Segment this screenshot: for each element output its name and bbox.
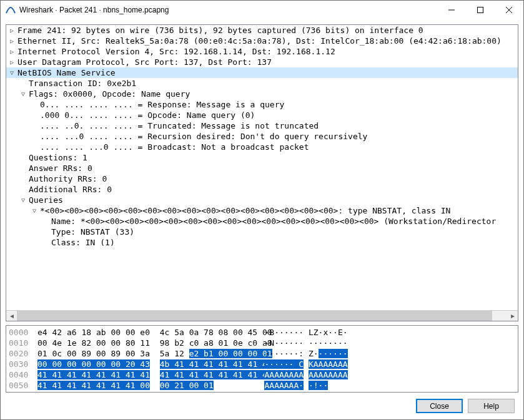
collapse-icon[interactable]: ▽ bbox=[17, 89, 29, 99]
tree-item-query-entry[interactable]: ▽*<00><00><00><00><00><00><00><00><00><0… bbox=[6, 205, 518, 216]
dialog-button-bar: Close Help bbox=[6, 396, 518, 414]
expand-icon[interactable]: ▷ bbox=[6, 25, 17, 36]
scroll-right-icon[interactable]: ▸ bbox=[507, 311, 518, 321]
tree-item-nbns[interactable]: ▽NetBIOS Name Service bbox=[6, 67, 518, 78]
hex-row[interactable]: 003000 00 00 00 00 00 20 43 4b 41 41 41 … bbox=[9, 359, 515, 369]
svg-rect-0 bbox=[478, 7, 483, 13]
collapse-icon[interactable]: ▽ bbox=[6, 67, 17, 78]
hex-dump-panel[interactable]: 0000e4 42 a6 18 ab 00 00 e0 4c 5a 0a 78 … bbox=[6, 325, 518, 393]
tree-item-flag-opcode[interactable]: .000 0... .... .... = Opcode: Name query… bbox=[6, 110, 518, 120]
tree-item-queries[interactable]: ▽Queries bbox=[6, 195, 518, 205]
window-controls bbox=[437, 1, 523, 19]
tree-item-questions[interactable]: Questions: 1 bbox=[6, 152, 518, 163]
tree-item-authority[interactable]: Authority RRs: 0 bbox=[6, 173, 518, 184]
tree-item-flag-trunc[interactable]: .... ..0. .... .... = Truncated: Message… bbox=[6, 120, 518, 131]
tree-item-udp[interactable]: ▷User Datagram Protocol, Src Port: 137, … bbox=[6, 57, 518, 67]
content-area: ▷Frame 241: 92 bytes on wire (736 bits),… bbox=[1, 19, 523, 419]
proto-tree-panel: ▷Frame 241: 92 bytes on wire (736 bits),… bbox=[6, 24, 518, 321]
collapse-icon[interactable]: ▽ bbox=[29, 205, 40, 216]
help-button[interactable]: Help bbox=[468, 399, 515, 413]
tree-item-flag-response[interactable]: 0... .... .... .... = Response: Message … bbox=[6, 99, 518, 110]
scroll-left-icon[interactable]: ◂ bbox=[6, 311, 17, 321]
tree-item-frame[interactable]: ▷Frame 241: 92 bytes on wire (736 bits),… bbox=[6, 25, 518, 36]
titlebar: Wireshark · Packet 241 · nbns_home.pcapn… bbox=[1, 1, 523, 19]
hex-row[interactable]: 004041 41 41 41 41 41 41 41 41 41 41 41 … bbox=[9, 369, 515, 380]
expand-icon[interactable]: ▷ bbox=[6, 46, 17, 57]
close-button[interactable]: Close bbox=[416, 399, 463, 413]
tree-item-additional[interactable]: Additional RRs: 0 bbox=[6, 184, 518, 195]
hex-row[interactable]: 001000 4e 1e 82 00 00 80 11 98 b2 c0 a8 … bbox=[9, 338, 515, 348]
tree-item-eth[interactable]: ▷Ethernet II, Src: RealtekS_5a:0a:78 (00… bbox=[6, 36, 518, 46]
expand-icon[interactable]: ▷ bbox=[6, 36, 17, 46]
tree-item-query-class[interactable]: Class: IN (1) bbox=[6, 237, 518, 248]
tree-item-txid[interactable]: Transaction ID: 0xe2b1 bbox=[6, 78, 518, 89]
scroll-thumb[interactable] bbox=[17, 311, 492, 321]
collapse-icon[interactable]: ▽ bbox=[17, 195, 29, 205]
horizontal-scrollbar[interactable]: ◂ ▸ bbox=[6, 310, 518, 321]
tree-item-query-name[interactable]: Name: *<00><00><00><00><00><00><00><00><… bbox=[6, 216, 518, 227]
tree-item-ip[interactable]: ▷Internet Protocol Version 4, Src: 192.1… bbox=[6, 46, 518, 57]
proto-tree[interactable]: ▷Frame 241: 92 bytes on wire (736 bits),… bbox=[6, 25, 518, 310]
tree-item-flag-bc[interactable]: .... .... ...0 .... = Broadcast: Not a b… bbox=[6, 142, 518, 152]
tree-item-answers[interactable]: Answer RRs: 0 bbox=[6, 163, 518, 173]
tree-item-query-type[interactable]: Type: NBSTAT (33) bbox=[6, 227, 518, 237]
close-window-button[interactable] bbox=[495, 1, 523, 19]
minimize-button[interactable] bbox=[437, 1, 466, 19]
window-title: Wireshark · Packet 241 · nbns_home.pcapn… bbox=[19, 6, 437, 14]
tree-item-flag-rd[interactable]: .... ...0 .... .... = Recursion desired:… bbox=[6, 131, 518, 142]
wireshark-icon bbox=[6, 5, 16, 15]
tree-item-flags[interactable]: ▽Flags: 0x0000, Opcode: Name query bbox=[6, 89, 518, 99]
hex-row[interactable]: 002001 0c 00 89 00 89 00 3a 5a 12 e2 b1 … bbox=[9, 348, 515, 359]
hex-row[interactable]: 0000e4 42 a6 18 ab 00 00 e0 4c 5a 0a 78 … bbox=[9, 327, 515, 338]
expand-icon[interactable]: ▷ bbox=[6, 57, 17, 67]
hex-row[interactable]: 005041 41 41 41 41 41 41 00 00 21 00 01 … bbox=[9, 380, 515, 391]
maximize-button[interactable] bbox=[466, 1, 495, 19]
scroll-track[interactable] bbox=[17, 311, 507, 321]
packet-dialog: Wireshark · Packet 241 · nbns_home.pcapn… bbox=[0, 0, 524, 420]
